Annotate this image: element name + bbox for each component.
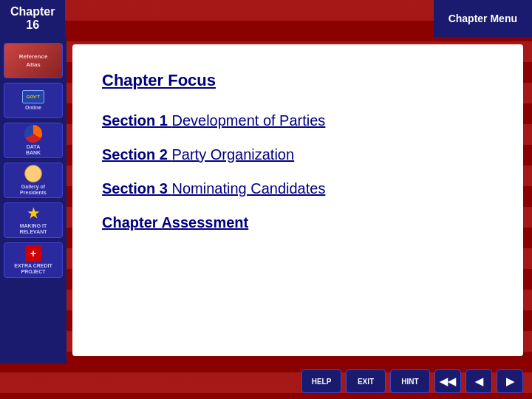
section1-link[interactable]: Section 1 Development of Parties <box>102 107 494 134</box>
hint-button[interactable]: HINT <box>390 369 430 393</box>
chapter-assessment-link[interactable]: Chapter Assessment <box>102 209 494 236</box>
content-wrapper: Reference Atlas GOV'T Online DATABANK Ga… <box>0 37 532 364</box>
chapter-menu-button[interactable]: Chapter Menu <box>434 0 532 37</box>
help-button[interactable]: HELP <box>301 369 341 393</box>
relevant-icon: ★ <box>27 205 39 222</box>
chapter-focus-link[interactable]: Chapter Focus <box>102 66 494 95</box>
data-bank-icon <box>24 125 42 143</box>
section3-link[interactable]: Section 3 Nominating Candidates <box>102 175 494 202</box>
back-icon: ◀◀ <box>440 375 456 387</box>
sidebar-item-government-online[interactable]: GOV'T Online <box>4 83 63 118</box>
sidebar-item-making-relevant[interactable]: ★ MAKING ITRELEVANT <box>4 202 63 238</box>
next-icon: ▶ <box>506 375 514 387</box>
prev-button[interactable]: ◀ <box>466 369 492 393</box>
bottom-bar: HELP EXIT HINT ◀◀ ◀ ▶ <box>0 364 532 399</box>
main-layout: Chapter 16 Chapter Menu Reference Atlas … <box>0 0 532 399</box>
top-bar: Chapter 16 Chapter Menu <box>0 0 532 37</box>
gallery-icon <box>24 165 42 183</box>
government-online-icon: GOV'T <box>22 90 44 103</box>
sidebar: Reference Atlas GOV'T Online DATABANK Ga… <box>0 37 66 364</box>
prev-icon: ◀ <box>475 375 483 387</box>
extra-credit-icon: + <box>25 245 41 262</box>
sidebar-item-gallery-presidents[interactable]: Gallery ofPresidents <box>4 163 63 198</box>
chapter-badge: Chapter 16 <box>0 0 65 37</box>
section2-link[interactable]: Section 2 Party Organization <box>102 141 494 168</box>
chapter-label: Chapter <box>10 5 55 18</box>
chapter-number: 16 <box>26 18 39 32</box>
sidebar-item-reference-atlas[interactable]: Reference Atlas <box>4 43 63 78</box>
next-button[interactable]: ▶ <box>497 369 523 393</box>
sidebar-item-extra-credit[interactable]: + EXTRA CREDITPROJECT <box>4 242 63 278</box>
main-content: Chapter Focus Section 1 Development of P… <box>72 44 523 356</box>
exit-button[interactable]: EXIT <box>346 369 386 393</box>
sidebar-item-data-bank[interactable]: DATABANK <box>4 123 63 158</box>
back-button[interactable]: ◀◀ <box>434 369 461 393</box>
